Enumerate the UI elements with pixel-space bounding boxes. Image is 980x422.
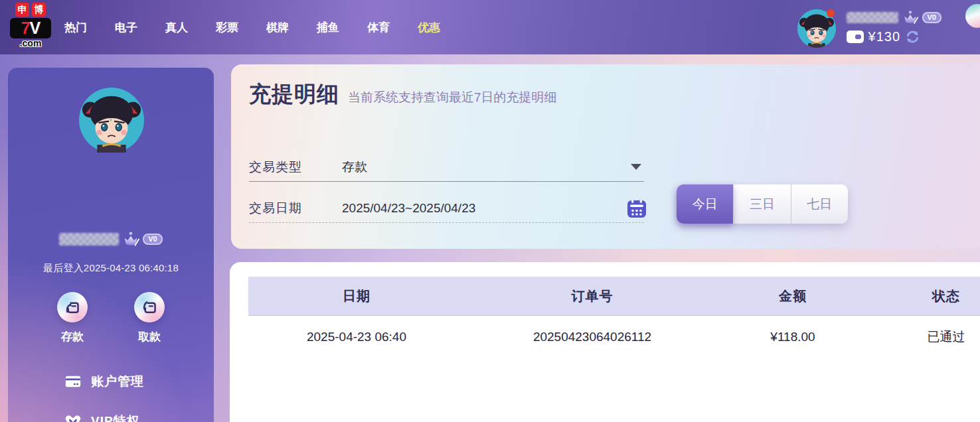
transaction-type-select[interactable]: 存款	[342, 159, 631, 176]
bank-card-icon	[64, 373, 82, 390]
username-blurred	[847, 12, 898, 23]
range-button-three-days[interactable]: 三日	[733, 184, 790, 224]
column-header-status: 状态	[866, 287, 980, 305]
withdraw-icon	[134, 292, 165, 322]
nav-item-slots[interactable]: 电子	[115, 20, 137, 35]
chevron-down-icon[interactable]	[631, 164, 641, 170]
vip-crown-icon	[122, 231, 139, 247]
vip-level-badge: V0	[922, 12, 941, 23]
sidebar-item-account-management[interactable]: 账户管理	[8, 366, 214, 397]
cell-amount: ¥118.00	[720, 330, 866, 344]
main-navigation: 热门 电子 真人 彩票 棋牌 捕鱼 体育 优惠	[64, 0, 440, 54]
nav-item-lottery[interactable]: 彩票	[216, 20, 238, 35]
range-button-today[interactable]: 今日	[677, 184, 733, 224]
nav-item-fishing[interactable]: 捕鱼	[317, 20, 339, 35]
sidebar-menu: 账户管理 VIP特权 红利红包	[8, 366, 214, 422]
records-panel: 日期 订单号 金额 状态 2025-04-23 06:40 2025042306…	[230, 262, 980, 422]
wallet-icon[interactable]	[847, 31, 864, 43]
logo-7v: 7V	[10, 18, 51, 38]
page-subtitle: 当前系统支持查询最近7日的充提明细	[348, 89, 557, 106]
nav-item-live[interactable]: 真人	[165, 20, 188, 35]
sidebar-username-blurred	[59, 233, 119, 246]
balance-amount: ¥130	[868, 29, 901, 44]
sidebar-item-vip-privilege[interactable]: VIP特权	[8, 406, 214, 422]
column-header-amount: 金额	[720, 287, 866, 305]
transaction-type-label: 交易类型	[249, 159, 342, 176]
date-range-input[interactable]: 2025/04/23~2025/04/23	[342, 201, 625, 216]
deposit-label: 存款	[46, 329, 99, 344]
column-header-order-id: 订单号	[465, 287, 720, 305]
page-title: 充提明细	[249, 80, 339, 109]
cell-status status-badge: 已通过	[866, 328, 980, 346]
range-button-seven-days[interactable]: 七日	[791, 184, 848, 224]
deposit-icon	[57, 292, 88, 322]
navbar-user-cluster: V0 ¥130	[797, 0, 941, 54]
transaction-type-row: 交易类型 存款	[249, 153, 644, 182]
withdraw-label: 取款	[123, 329, 176, 344]
nav-item-promos[interactable]: 优惠	[418, 20, 440, 35]
last-login-text: 最后登入2025-04-23 06:40:18	[8, 262, 214, 275]
logo-badge-shen: 申	[15, 3, 29, 17]
column-header-date: 日期	[248, 287, 465, 305]
sidebar-avatar[interactable]	[79, 88, 144, 153]
filter-panel: 充提明细 当前系统支持查询最近7日的充提明细 交易类型 存款 交易日期 2025…	[231, 64, 980, 249]
deposit-button[interactable]: 存款	[46, 292, 99, 344]
user-info: V0 ¥130	[847, 10, 941, 44]
transaction-date-row: 交易日期 2025/04/23~2025/04/23	[249, 194, 644, 223]
vip-crown-icon	[902, 10, 918, 25]
transaction-date-label: 交易日期	[249, 200, 342, 217]
table-row[interactable]: 2025-04-23 06:40 20250423064026112 ¥118.…	[248, 316, 980, 358]
sidebar-item-label: VIP特权	[91, 413, 140, 422]
table-header: 日期 订单号 金额 状态	[248, 277, 980, 316]
site-logo[interactable]: 申 博 7V .com	[8, 3, 53, 48]
calendar-icon[interactable]	[625, 197, 648, 220]
nav-item-sports[interactable]: 体育	[367, 20, 390, 35]
cell-order-id: 20250423064026112	[465, 330, 720, 344]
logo-com-suffix: .com	[8, 38, 53, 48]
account-sidebar: V0 最后登入2025-04-23 06:40:18 存款	[8, 68, 214, 422]
notification-dot	[827, 9, 835, 17]
refresh-balance-icon[interactable]	[905, 29, 920, 44]
sidebar-user-row: V0	[8, 230, 214, 248]
top-navbar: 申 博 7V .com 热门 电子 真人 彩票 棋牌 捕鱼 体育 优惠 V0	[0, 0, 980, 54]
logo-brand-badges: 申 博	[8, 3, 53, 17]
vip-privilege-icon	[64, 413, 82, 422]
sidebar-vip-level-badge: V0	[143, 234, 162, 245]
sidebar-item-label: 账户管理	[91, 373, 144, 390]
nav-item-hot[interactable]: 热门	[64, 20, 87, 35]
user-avatar[interactable]	[797, 9, 836, 48]
nav-item-chess[interactable]: 棋牌	[266, 20, 289, 35]
page-header: 充提明细 当前系统支持查询最近7日的充提明细	[249, 80, 557, 109]
withdraw-button[interactable]: 取款	[123, 292, 176, 344]
cell-date: 2025-04-23 06:40	[248, 330, 465, 344]
date-range-quick-buttons: 今日 三日 七日	[677, 184, 848, 224]
logo-badge-bo: 博	[32, 3, 46, 17]
quick-actions: 存款 取款	[8, 292, 214, 344]
